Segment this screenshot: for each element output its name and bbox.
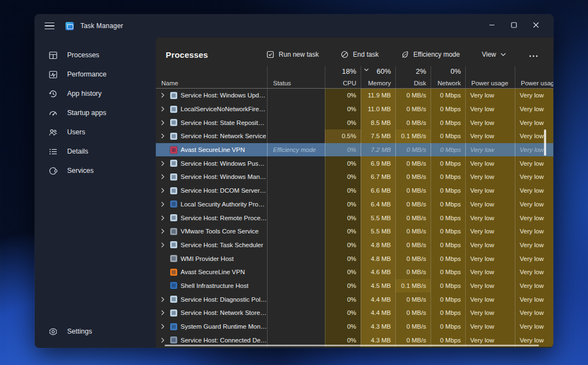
gear-icon [48, 327, 58, 336]
expander-chevron-icon[interactable] [158, 310, 167, 315]
sidebar-item-users[interactable]: Users [40, 123, 150, 141]
table-row[interactable]: Service Host: Network Service 0.5% 7.5 M… [156, 129, 553, 143]
expander-chevron-icon[interactable] [158, 174, 167, 179]
cell-memory: 4.4 MB [361, 306, 395, 320]
cell-network: 0 Mbps [431, 306, 465, 320]
column-header-power-usage-trend[interactable]: Power usage [515, 66, 553, 88]
process-name: Service Host: Network Service [181, 133, 266, 139]
process-name: Service Host: Remote Procedure... [181, 215, 267, 221]
expander-chevron-icon[interactable] [158, 242, 167, 248]
table-row[interactable]: Service Host: Windows Update 0% 11.9 MB … [156, 89, 553, 102]
column-header-power-usage[interactable]: Power usage [465, 66, 515, 88]
column-header-memory[interactable]: 60% Memory [361, 66, 395, 88]
table-row[interactable]: LocalServiceNoNetworkFirewall ... 0% 11.… [156, 102, 553, 116]
expander-chevron-icon[interactable] [158, 161, 167, 166]
expander-chevron-icon[interactable] [158, 215, 167, 221]
expander-chevron-icon[interactable] [158, 106, 167, 112]
cell-memory: 4.3 MB [361, 320, 395, 334]
sidebar-item-label: App history [67, 90, 102, 97]
expander-chevron-icon[interactable] [158, 297, 167, 302]
cell-memory: 11.0 MB [361, 102, 395, 116]
cell-memory: 4.8 MB [361, 238, 395, 252]
expander-chevron-icon[interactable] [158, 120, 167, 126]
table-row[interactable]: Shell Infrastructure Host 0% 4.5 MB 0.1 … [156, 279, 553, 293]
cell-name: Service Host: Diagnostic Policy ... [156, 292, 267, 306]
vertical-scrollbar[interactable] [544, 129, 546, 156]
process-icon [170, 228, 177, 235]
table-row[interactable]: WMI Provider Host 0% 4.8 MB 0 MB/s 0 Mbp… [156, 252, 553, 265]
table-row[interactable]: Service Host: Remote Procedure... 0% 5.5… [156, 211, 553, 225]
table-row[interactable]: Service Host: Windows Manage... 0% 6.7 M… [156, 170, 553, 184]
close-button[interactable] [525, 17, 547, 33]
cell-network: 0 Mbps [431, 184, 465, 198]
cell-network: 0 Mbps [431, 238, 465, 252]
cell-power-usage-trend: Very low [515, 116, 553, 129]
hamburger-menu-icon[interactable] [41, 19, 58, 33]
expander-chevron-icon[interactable] [158, 188, 167, 193]
table-row[interactable]: Service Host: Task Scheduler 0% 4.8 MB 0… [156, 238, 553, 252]
table-row[interactable]: Service Host: Windows Push No... 0% 6.9 … [156, 156, 553, 170]
cell-disk: 0 MB/s [395, 184, 431, 198]
cell-network: 0 Mbps [431, 116, 465, 129]
table-row[interactable]: Service Host: Diagnostic Policy ... 0% 4… [156, 292, 553, 306]
sidebar-item-processes[interactable]: Processes [40, 46, 150, 64]
cell-power-usage: Very low [465, 320, 515, 334]
process-name: Service Host: Network Store Inte... [181, 309, 267, 316]
cell-network: 0 Mbps [431, 89, 465, 102]
column-header-disk[interactable]: 2% Disk [395, 66, 431, 88]
end-task-button[interactable]: End task [337, 48, 382, 61]
sidebar-item-app-history[interactable]: App history [40, 84, 150, 103]
table-row[interactable]: System Guard Runtime Monitor... 0% 4.3 M… [156, 320, 553, 334]
maximize-button[interactable] [503, 17, 525, 33]
table-row[interactable]: Avast SecureLine VPN Efficiency mode 0% … [156, 143, 553, 157]
sidebar-item-services[interactable]: Services [40, 161, 150, 180]
column-header-name[interactable]: Name [156, 66, 267, 88]
expander-chevron-icon[interactable] [158, 228, 167, 234]
column-header-cpu[interactable]: 18% CPU [325, 66, 361, 88]
table-row[interactable]: Local Security Authority Process... 0% 6… [156, 198, 553, 211]
expander-chevron-icon[interactable] [158, 201, 167, 207]
process-icon [170, 282, 177, 289]
cell-name: Service Host: Windows Update [156, 89, 267, 102]
cell-status [267, 129, 325, 143]
sidebar-item-settings[interactable]: Settings [40, 322, 150, 341]
cell-power-usage: Very low [465, 252, 515, 265]
sidebar-item-details[interactable]: Details [40, 142, 150, 161]
cell-disk: 0 MB/s [395, 116, 431, 129]
cell-cpu: 0% [325, 211, 361, 225]
table-row[interactable]: Service Host: Network Store Inte... 0% 4… [156, 306, 553, 320]
cell-power-usage-trend: Very low [515, 252, 553, 265]
process-name: VMware Tools Core Service [181, 228, 259, 235]
cell-name: System Guard Runtime Monitor... [156, 320, 267, 334]
expander-chevron-icon[interactable] [158, 324, 167, 329]
table-row[interactable]: Service Host: DCOM Server Proc... 0% 6.6… [156, 184, 553, 198]
view-dropdown[interactable]: View [478, 48, 509, 61]
expander-chevron-icon[interactable] [158, 92, 167, 98]
sidebar-item-startup-apps[interactable]: Startup apps [40, 103, 150, 122]
process-name: Avast SecureLine VPN [181, 269, 245, 275]
column-header-network[interactable]: 0% Network [431, 66, 465, 88]
sidebar-item-label: Processes [67, 51, 99, 59]
efficiency-mode-button[interactable]: Efficiency mode [398, 48, 464, 61]
table-row[interactable]: VMware Tools Core Service 0% 5.5 MB 0 MB… [156, 225, 553, 238]
horizontal-scrollbar[interactable] [165, 345, 539, 346]
table-row[interactable]: Service Host: State Repository S... 0% 8… [156, 116, 553, 129]
cell-disk: 0 MB/s [395, 143, 431, 157]
expander-chevron-icon[interactable] [158, 337, 167, 343]
table-row[interactable]: Avast SecureLine VPN 0% 4.6 MB 0 MB/s 0 … [156, 265, 553, 279]
page-header: Processes Run new task End task Efficien… [156, 37, 553, 63]
cell-name: Avast SecureLine VPN [156, 265, 267, 279]
cpu-total: 18% [342, 67, 356, 75]
cell-memory: 11.9 MB [361, 89, 395, 102]
process-name: Service Host: DCOM Server Proc... [181, 187, 267, 194]
expander-chevron-icon[interactable] [158, 133, 167, 139]
sidebar-item-performance[interactable]: Performance [40, 65, 150, 84]
process-name: Shell Infrastructure Host [181, 282, 248, 289]
sidebar-item-label: Startup apps [67, 109, 106, 117]
minimize-button[interactable] [481, 17, 503, 33]
more-options-button[interactable] [525, 49, 542, 60]
column-header-status[interactable]: Status [267, 66, 325, 88]
cell-disk: 0.1 MB/s [395, 129, 431, 143]
sidebar: Processes Performance App history Startu… [35, 37, 156, 348]
run-new-task-button[interactable]: Run new task [263, 48, 322, 61]
